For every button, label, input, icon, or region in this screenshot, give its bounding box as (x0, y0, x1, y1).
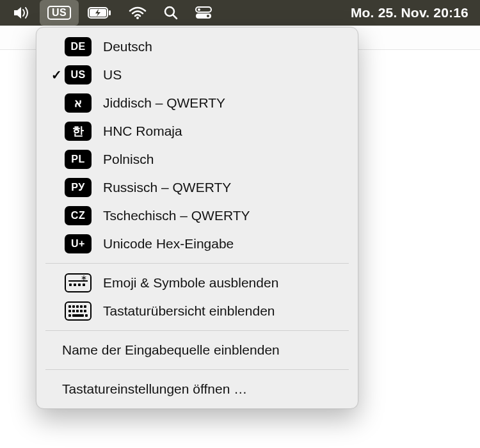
battery-charging-icon (88, 6, 112, 19)
input-source-dropdown: DEDeutsch✓USUSאJiddisch – QWERTY한HNC Rom… (36, 27, 358, 409)
input-source-item[interactable]: ✓USUS (36, 61, 358, 89)
input-source-item[interactable]: 한HNC Romaja (36, 117, 358, 145)
keyboard-viewer-toggle[interactable]: Tastaturübersicht einblenden (36, 297, 358, 325)
input-source-menu[interactable]: US (40, 0, 79, 26)
control-center-menu[interactable] (188, 0, 220, 26)
svg-point-3 (136, 17, 139, 19)
menu-separator (45, 263, 349, 264)
input-source-label: Russisch – QWERTY (103, 180, 231, 195)
input-source-item[interactable]: PLPolnisch (36, 145, 358, 173)
input-source-badge: PL (65, 150, 92, 169)
input-source-label: US (103, 67, 122, 83)
search-icon (163, 5, 179, 20)
open-keyboard-settings[interactable]: Tastatureinstellungen öffnen … (36, 375, 358, 403)
input-source-item[interactable]: אJiddisch – QWERTY (36, 89, 358, 117)
input-source-item[interactable]: CZTschechisch – QWERTY (36, 202, 358, 230)
input-source-item[interactable]: РУRussisch – QWERTY (36, 173, 358, 202)
input-source-item[interactable]: U+Unicode Hex-Eingabe (36, 230, 358, 258)
menu-item-label: Name der Eingabequelle einblenden (62, 342, 280, 358)
menu-item-label: Tastaturübersicht einblenden (103, 303, 275, 319)
emoji-panel-icon (65, 273, 92, 292)
input-source-badge: DE (65, 37, 92, 56)
input-source-label: HNC Romaja (103, 124, 182, 139)
menu-item-label: Tastatureinstellungen öffnen … (62, 381, 247, 397)
menubar: US Mo. 25. Nov. 20:16 (0, 0, 480, 26)
volume-icon (13, 6, 31, 20)
input-source-label: Jiddisch – QWERTY (103, 95, 225, 111)
input-source-label: Polnisch (103, 152, 154, 167)
show-input-source-name[interactable]: Name der Eingabequelle einblenden (36, 336, 358, 364)
menu-separator (45, 369, 349, 370)
battery-menu[interactable] (80, 0, 120, 26)
svg-point-7 (198, 8, 200, 11)
wifi-menu[interactable] (121, 0, 154, 26)
svg-rect-1 (109, 10, 111, 15)
input-source-badge: РУ (65, 178, 92, 197)
input-source-label: Unicode Hex-Eingabe (103, 236, 234, 252)
control-center-icon (195, 6, 212, 19)
emoji-symbols-toggle[interactable]: Emoji & Symbole ausblenden (36, 269, 358, 297)
keyboard-icon (65, 301, 92, 321)
volume-menu[interactable] (5, 0, 38, 26)
input-source-item[interactable]: DEDeutsch (36, 33, 358, 61)
spotlight-menu[interactable] (156, 0, 186, 26)
menu-item-label: Emoji & Symbole ausblenden (103, 275, 278, 291)
svg-point-9 (207, 15, 209, 17)
input-source-badge: US (47, 6, 71, 20)
input-source-badge: CZ (65, 206, 92, 225)
checkmark-icon: ✓ (48, 67, 65, 83)
input-source-badge: U+ (65, 234, 92, 253)
input-source-badge: 한 (65, 122, 92, 141)
input-source-badge: US (65, 65, 92, 84)
input-source-label: Deutsch (103, 39, 152, 54)
svg-line-5 (173, 15, 177, 19)
menubar-clock[interactable]: Mo. 25. Nov. 20:16 (351, 5, 475, 20)
wifi-icon (129, 6, 147, 20)
input-source-badge: א (65, 93, 92, 113)
menu-separator (45, 330, 349, 331)
input-source-label: Tschechisch – QWERTY (103, 208, 250, 223)
